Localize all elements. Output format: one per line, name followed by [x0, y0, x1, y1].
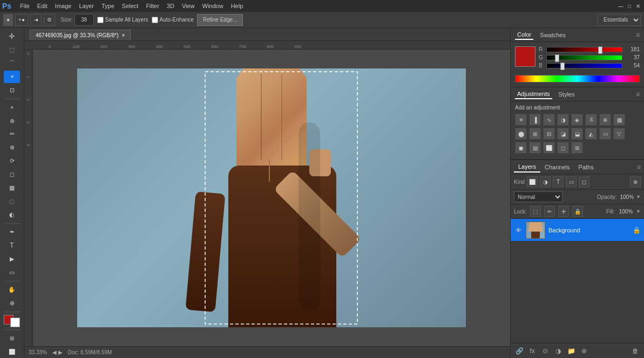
filter-adjustment-btn[interactable]: ◑: [540, 176, 551, 187]
link-layers-btn[interactable]: 🔗: [514, 346, 525, 356]
g-slider-track[interactable]: [546, 55, 622, 60]
eraser-tool[interactable]: ◻: [4, 168, 20, 181]
brush-subtract-btn[interactable]: -●: [30, 14, 42, 26]
maximize-button[interactable]: □: [626, 2, 633, 10]
color-spectrum[interactable]: [515, 75, 640, 82]
gradient-map-btn[interactable]: ▭: [599, 128, 611, 140]
layer-item-background[interactable]: 👁 Background 🔒: [511, 219, 644, 242]
lock-position-btn[interactable]: ✛: [558, 206, 569, 217]
fill-chevron[interactable]: ▼: [636, 209, 641, 214]
menu-window[interactable]: Window: [199, 2, 227, 10]
hsl-btn[interactable]: ⧖: [585, 114, 597, 126]
path-select-tool[interactable]: ▶: [4, 253, 20, 265]
crop-tool[interactable]: ⊡: [4, 84, 20, 97]
channel-mixer-btn[interactable]: ⊞: [529, 128, 541, 140]
menu-help[interactable]: Help: [228, 2, 247, 10]
menu-type[interactable]: Type: [98, 2, 118, 10]
menu-filter[interactable]: Filter: [143, 2, 162, 10]
brush-add-btn[interactable]: +●: [15, 14, 28, 26]
brush-size-input[interactable]: 38: [74, 14, 94, 26]
lock-image-btn[interactable]: ✏: [544, 206, 555, 217]
filter-pixel-btn[interactable]: ⬜: [527, 176, 538, 187]
layer-effects-btn[interactable]: fx: [527, 346, 538, 356]
solid-color-btn[interactable]: ◼: [515, 142, 527, 154]
brush-tool[interactable]: ✏: [4, 128, 20, 140]
document-tab[interactable]: 467469035.jpg @ 33.3% (RGB/8*) ×: [30, 30, 131, 40]
color-balance-btn[interactable]: ⊕: [599, 114, 611, 126]
quick-mask-tool[interactable]: ⊞: [4, 332, 20, 345]
lasso-tool[interactable]: ⌒: [4, 57, 20, 70]
new-layer-btn[interactable]: ⊕: [579, 346, 589, 356]
styles-tab[interactable]: Styles: [557, 90, 577, 99]
vibrance-btn[interactable]: ◈: [571, 114, 583, 126]
workspace-selector[interactable]: Essentials: [598, 14, 641, 26]
levels-btn[interactable]: ▐: [529, 114, 541, 126]
refine-edge-button[interactable]: Refine Edge...: [197, 14, 243, 26]
r-slider-thumb[interactable]: [598, 46, 602, 54]
layers-tab[interactable]: Layers: [514, 162, 540, 173]
selective-color-btn[interactable]: ▽: [613, 128, 625, 140]
paths-tab[interactable]: Paths: [574, 162, 598, 172]
move-tool[interactable]: ✛: [4, 30, 20, 43]
clone-stamp-tool[interactable]: ⊗: [4, 141, 20, 154]
menu-layer[interactable]: Layer: [76, 2, 97, 10]
color-tab[interactable]: Color: [515, 30, 533, 40]
background-color[interactable]: [10, 318, 20, 327]
quick-select-tool[interactable]: ⚬: [4, 71, 20, 83]
menu-view[interactable]: View: [179, 2, 198, 10]
screen-mode-btn[interactable]: ⬜: [4, 346, 20, 358]
marquee-tool[interactable]: ⬚: [4, 44, 20, 56]
healing-brush-tool[interactable]: ⊕: [4, 115, 20, 127]
menu-3d[interactable]: 3D: [164, 2, 178, 10]
smart-object-btn[interactable]: ◻: [557, 142, 569, 154]
curves-btn[interactable]: ∿: [543, 114, 555, 126]
minimize-button[interactable]: —: [617, 2, 625, 10]
canvas-scroll-area[interactable]: @keyframes dash { to { stroke-dashoffset…: [33, 50, 510, 346]
table-btn[interactable]: ⊞: [571, 142, 583, 154]
filter-type-btn[interactable]: T: [553, 176, 564, 187]
document-tab-close[interactable]: ×: [122, 32, 125, 38]
hand-tool[interactable]: ✋: [4, 284, 20, 296]
filter-toggle-btn[interactable]: ⊕: [630, 176, 641, 187]
brush-settings-btn[interactable]: ⚙: [44, 14, 55, 26]
r-slider-track[interactable]: [546, 47, 622, 52]
new-group-btn[interactable]: 📁: [566, 346, 577, 356]
history-brush-tool[interactable]: ⟳: [4, 155, 20, 167]
bw-btn[interactable]: ▩: [613, 114, 625, 126]
swatches-tab[interactable]: Swatches: [538, 31, 568, 39]
layer-visibility-toggle[interactable]: 👁: [514, 226, 523, 235]
color-panel-menu[interactable]: ≡: [636, 31, 640, 39]
menu-select[interactable]: Select: [119, 2, 142, 10]
nav-arrows[interactable]: ◀ ▶: [52, 349, 63, 355]
gradient-fill-btn[interactable]: ▤: [529, 142, 541, 154]
filter-shape-btn[interactable]: ▭: [566, 176, 577, 187]
delete-layer-btn[interactable]: 🗑: [630, 346, 641, 356]
layers-panel-menu[interactable]: ≡: [637, 163, 641, 171]
close-button[interactable]: ✕: [634, 2, 642, 10]
gradient-tool[interactable]: ▦: [4, 182, 20, 194]
type-tool[interactable]: T: [4, 239, 20, 252]
add-adjustment-btn[interactable]: ◑: [553, 346, 564, 356]
blur-tool[interactable]: ◌: [4, 195, 20, 208]
menu-file[interactable]: File: [17, 2, 33, 10]
b-slider-thumb[interactable]: [560, 63, 565, 70]
lock-all-btn[interactable]: 🔒: [572, 206, 583, 217]
sample-all-layers-checkbox[interactable]: [97, 17, 104, 23]
add-mask-btn[interactable]: ⊙: [540, 346, 551, 356]
exposure-btn[interactable]: ◑: [557, 114, 569, 126]
g-slider-thumb[interactable]: [555, 54, 559, 62]
photo-filter-btn[interactable]: ⬤: [515, 128, 527, 140]
active-color-swatch[interactable]: [515, 46, 535, 67]
blend-mode-select[interactable]: Normal: [514, 191, 562, 202]
invert-btn[interactable]: ◪: [557, 128, 569, 140]
pattern-btn[interactable]: ⬜: [543, 142, 555, 154]
zoom-tool[interactable]: ⊕: [4, 297, 20, 309]
color-selector[interactable]: [4, 315, 20, 327]
shape-tool[interactable]: ▭: [4, 266, 20, 279]
pen-tool[interactable]: ✒: [4, 226, 20, 238]
b-slider-track[interactable]: [546, 63, 622, 68]
quick-select-tool-btn[interactable]: ●: [3, 14, 13, 26]
auto-enhance-checkbox[interactable]: [152, 17, 158, 23]
filter-smart-btn[interactable]: ◻: [579, 176, 589, 187]
lock-transparent-btn[interactable]: ⬚: [530, 206, 541, 217]
